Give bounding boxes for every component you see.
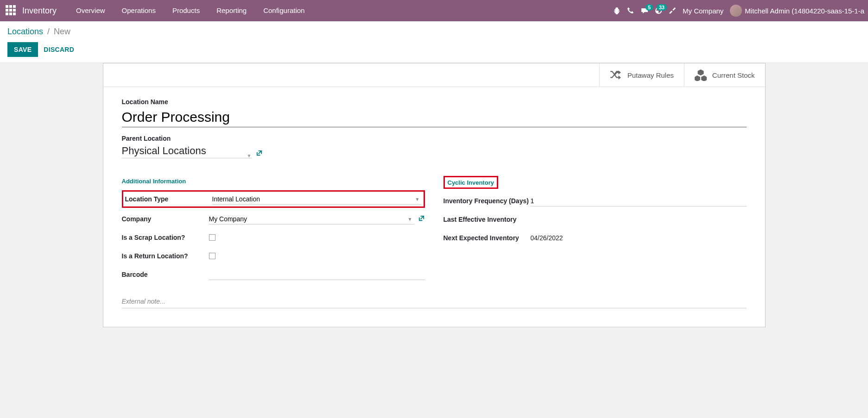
cyclic-inventory-highlight: Cyclic Inventory (444, 176, 498, 189)
tools-icon[interactable] (669, 7, 676, 14)
parent-location-select[interactable]: Physical Locations (122, 144, 252, 158)
barcode-input[interactable] (209, 269, 425, 280)
next-inv-value: 04/26/2022 (531, 234, 563, 242)
putaway-rules-button[interactable]: Putaway Rules (599, 63, 684, 87)
save-button[interactable]: SAVE (7, 42, 38, 57)
discard-button[interactable]: DISCARD (44, 46, 74, 53)
messages-icon[interactable]: 5 (641, 7, 648, 14)
breadcrumb-current: New (54, 27, 70, 36)
next-inv-label: Next Expected Inventory (444, 234, 531, 242)
barcode-label: Barcode (122, 271, 209, 278)
company-select[interactable] (209, 214, 414, 225)
messages-badge: 5 (646, 4, 653, 11)
cyclic-inventory-section: Cyclic Inventory Inventory Frequency (Da… (444, 171, 747, 287)
control-panel: Locations / New SAVE DISCARD (0, 21, 868, 63)
company-switcher[interactable]: My Company (683, 7, 723, 15)
putaway-label: Putaway Rules (627, 71, 674, 79)
nav-menu: Overview Operations Products Reporting C… (68, 0, 313, 21)
systray: 5 33 My Company Mitchell Admin (14804220… (613, 5, 864, 17)
additional-info-section: Additional Information Location Type ▼ (122, 171, 425, 287)
brand[interactable]: Inventory (22, 6, 57, 16)
external-link-icon[interactable] (418, 215, 425, 224)
nav-reporting[interactable]: Reporting (208, 0, 255, 21)
cyclic-inventory-title: Cyclic Inventory (448, 179, 494, 186)
parent-location-label: Parent Location (122, 135, 747, 142)
nav-products[interactable]: Products (164, 0, 208, 21)
activities-icon[interactable]: 33 (655, 7, 662, 14)
cubes-icon (695, 69, 707, 81)
apps-icon[interactable] (6, 5, 17, 16)
location-type-label: Location Type (125, 195, 212, 203)
location-type-highlight: Location Type ▼ (122, 190, 425, 208)
return-checkbox[interactable] (209, 253, 215, 259)
external-note-input[interactable] (122, 295, 747, 308)
debug-icon[interactable] (613, 7, 621, 14)
freq-label: Inventory Frequency (Days) (444, 197, 531, 205)
freq-input[interactable] (531, 196, 747, 206)
breadcrumb-parent[interactable]: Locations (7, 27, 43, 36)
breadcrumb: Locations / New (7, 27, 861, 37)
location-type-select[interactable] (212, 194, 422, 205)
nav-operations[interactable]: Operations (114, 0, 164, 21)
breadcrumb-sep: / (47, 27, 50, 36)
shuffle-icon (610, 69, 622, 81)
user-name: Mitchell Admin (14804220-saas-15-1-a (745, 7, 864, 15)
additional-info-title: Additional Information (122, 178, 425, 185)
nav-overview[interactable]: Overview (68, 0, 114, 21)
user-menu[interactable]: Mitchell Admin (14804220-saas-15-1-a (730, 5, 864, 17)
stock-label: Current Stock (712, 71, 755, 79)
button-box: Putaway Rules Current Stock (103, 63, 765, 87)
external-link-icon[interactable] (256, 150, 263, 158)
return-label: Is a Return Location? (122, 252, 209, 260)
current-stock-button[interactable]: Current Stock (684, 63, 765, 87)
activities-badge: 33 (657, 4, 667, 11)
form-sheet: Putaway Rules Current Stock Location Nam… (103, 63, 766, 327)
scrap-checkbox[interactable] (209, 234, 215, 241)
avatar-icon (730, 5, 742, 17)
last-inv-label: Last Effective Inventory (444, 215, 531, 224)
company-label: Company (122, 215, 209, 223)
location-name-label: Location Name (122, 98, 747, 106)
scrap-label: Is a Scrap Location? (122, 234, 209, 241)
nav-configuration[interactable]: Configuration (255, 0, 313, 21)
location-name-input[interactable] (122, 107, 747, 127)
navbar: Inventory Overview Operations Products R… (0, 0, 868, 21)
phone-icon[interactable] (627, 7, 634, 14)
